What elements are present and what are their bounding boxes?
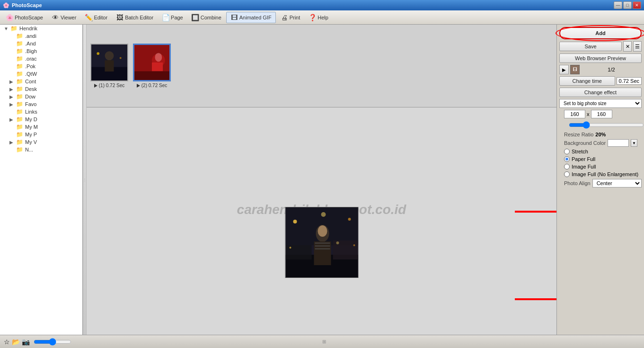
size-slider[interactable]: [569, 121, 644, 129]
svg-point-4: [97, 52, 99, 55]
nav-row: ▶ 🎞 1/2: [559, 65, 642, 74]
svg-point-15: [293, 220, 297, 223]
camera-icon[interactable]: 📷: [22, 338, 30, 346]
page-icon: 📄: [162, 14, 169, 21]
thumb-svg-2: [134, 44, 169, 81]
dim-separator: x: [587, 111, 590, 117]
sidebar-item-11[interactable]: ▶ 📁 My D: [0, 116, 82, 123]
sidebar-item-0[interactable]: 📁 .andi: [0, 32, 82, 40]
film-label-2: (2) 0.72 Sec: [137, 83, 167, 88]
sidebar: ▼ 📁 Hendrik 📁 .andi 📁 .And 📁 .Bigh 📁 .or…: [0, 25, 83, 335]
radio-image-full-no[interactable]: Image Full (No Enlargement): [564, 171, 642, 177]
save-row: Save ✕ ☰: [559, 41, 642, 52]
viewer-icon: 👁: [52, 14, 59, 21]
expand-icon: ▶: [9, 102, 15, 107]
menu-item-help[interactable]: ❓ Help: [305, 12, 332, 23]
minimize-button[interactable]: —: [614, 1, 622, 9]
radio-image-full[interactable]: Image Full: [564, 164, 642, 170]
sidebar-item-4[interactable]: 📁 .Pok: [0, 62, 82, 70]
radio-stretch[interactable]: Stretch: [564, 149, 642, 154]
web-browser-preview-button[interactable]: Web Browser Preview: [559, 54, 642, 63]
window-controls: — □ ✕: [614, 1, 641, 9]
bg-color-row: Background Color ▼: [564, 139, 642, 147]
size-slider-row: [564, 120, 639, 130]
sidebar-item-5[interactable]: 📁 .QtW: [0, 70, 82, 78]
filmstrip-item-2[interactable]: (2) 0.72 Sec: [133, 44, 171, 88]
sidebar-item-9[interactable]: ▶ 📁 Favo: [0, 100, 82, 108]
folder-icon: 📁: [16, 71, 23, 77]
menu-item-batch[interactable]: 🖼 Batch Editor: [112, 12, 157, 23]
folder-icon: 📁: [16, 139, 23, 145]
menu-item-editor[interactable]: ✏️ Editor: [81, 12, 111, 23]
main-layout: ▼ 📁 Hendrik 📁 .andi 📁 .And 📁 .Bigh 📁 .or…: [0, 25, 644, 335]
bg-color-swatch[interactable]: [608, 139, 629, 147]
svg-point-2: [105, 51, 114, 60]
sidebar-item-7[interactable]: ▶ 📁 Desk: [0, 85, 82, 93]
play-icon-2: [137, 84, 140, 88]
arrow-2: [512, 287, 556, 311]
add-button-wrapper: Add: [559, 27, 642, 39]
folder-icon[interactable]: 📂: [12, 338, 20, 346]
preview-photo-svg: [285, 207, 358, 278]
sidebar-item-6[interactable]: ▶ 📁 Cont: [0, 78, 82, 85]
star-icon[interactable]: ☆: [4, 338, 10, 346]
time-value: 0.72 Sec: [617, 77, 642, 85]
sidebar-item-14[interactable]: ▶ 📁 My V: [0, 138, 82, 146]
sidebar-item-13[interactable]: 📁 My P: [0, 131, 82, 138]
sidebar-splitter[interactable]: ⋮: [83, 25, 87, 335]
svg-rect-8: [152, 62, 163, 71]
sidebar-item-10[interactable]: 📁 Links: [0, 108, 82, 116]
zoom-slider[interactable]: [34, 338, 71, 346]
photo-align-select[interactable]: Center: [592, 179, 642, 187]
sidebar-item-2[interactable]: 📁 .Bigh: [0, 47, 82, 55]
close-panel-button[interactable]: ✕: [623, 41, 632, 52]
resize-ratio-label: Resize Ratio: [564, 132, 593, 137]
expand-icon: ▶: [9, 94, 15, 99]
close-button[interactable]: ✕: [633, 1, 641, 9]
height-input[interactable]: [591, 110, 612, 118]
radio-paper-full[interactable]: Paper Full: [564, 156, 642, 162]
change-time-button[interactable]: Change time: [559, 76, 615, 86]
expand-icon: ▶: [9, 140, 15, 145]
menu-item-photoscape[interactable]: 🌸 PhotoScape: [2, 12, 47, 23]
width-input[interactable]: [564, 110, 585, 118]
thumb-svg-1: [91, 44, 127, 81]
svg-point-9: [155, 53, 162, 62]
sidebar-item-15[interactable]: 📁 N...: [0, 146, 82, 153]
size-dropdown-row: Set to big photo size: [559, 99, 642, 108]
film-button[interactable]: 🎞: [570, 65, 580, 74]
status-icons: ☆ 📂 📷: [4, 338, 30, 346]
svg-point-29: [336, 241, 339, 244]
svg-rect-10: [134, 71, 169, 80]
add-button[interactable]: Add: [559, 27, 642, 39]
menu-item-animated[interactable]: 🎞 Animated GIF: [226, 12, 276, 23]
center-marker: ⊞: [322, 339, 326, 344]
photo-align-label: Photo Align: [564, 180, 591, 186]
svg-point-17: [321, 212, 326, 217]
sidebar-item-12[interactable]: 📁 My M: [0, 123, 82, 131]
menu-item-print[interactable]: 🖨 Print: [277, 12, 304, 23]
save-button[interactable]: Save: [559, 42, 622, 51]
filmstrip-item-1[interactable]: (1) 0.72 Sec: [90, 44, 128, 88]
sidebar-item-1[interactable]: 📁 .And: [0, 40, 82, 47]
panel-menu-button[interactable]: ☰: [633, 41, 642, 52]
folder-icon: 📁: [16, 131, 23, 138]
svg-point-28: [353, 244, 355, 246]
play-button[interactable]: ▶: [559, 65, 569, 74]
change-effect-button[interactable]: Change effect: [559, 88, 642, 97]
menu-item-page[interactable]: 📄 Page: [158, 12, 187, 23]
radio-label-image-full: Image Full: [572, 164, 596, 170]
sidebar-item-3[interactable]: 📁 .orac: [0, 55, 82, 62]
size-dropdown[interactable]: Set to big photo size: [559, 99, 642, 108]
expand-icon: ▶: [9, 87, 15, 92]
folder-icon: 📁: [16, 78, 23, 85]
svg-point-16: [348, 218, 351, 221]
radio-circle-paper-full: [564, 156, 570, 162]
batch-icon: 🖼: [116, 14, 124, 21]
sidebar-item-8[interactable]: ▶ 📁 Dow: [0, 93, 82, 100]
menu-item-viewer[interactable]: 👁 Viewer: [48, 12, 80, 23]
bg-color-arrow[interactable]: ▼: [631, 139, 637, 147]
menu-item-combine[interactable]: 🔲 Combine: [188, 12, 225, 23]
sidebar-root[interactable]: ▼ 📁 Hendrik: [0, 25, 82, 32]
maximize-button[interactable]: □: [623, 1, 632, 9]
